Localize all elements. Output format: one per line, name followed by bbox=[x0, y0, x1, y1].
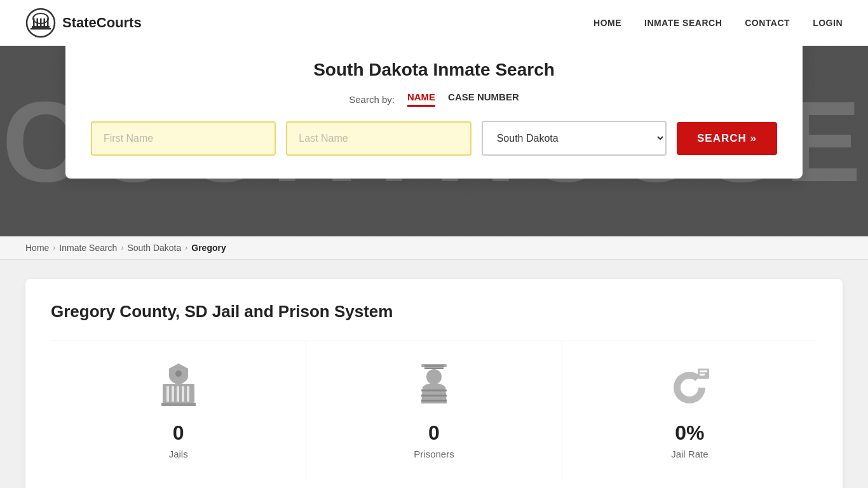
breadcrumb-south-dakota[interactable]: South Dakota bbox=[127, 243, 181, 253]
jails-value: 0 bbox=[173, 421, 184, 445]
prisoners-value: 0 bbox=[428, 421, 440, 445]
tab-name[interactable]: NAME bbox=[407, 92, 435, 107]
jail-icon-area bbox=[156, 360, 201, 411]
search-inputs-row: AlabamaAlaskaArizona ArkansasCaliforniaC… bbox=[91, 121, 777, 156]
stats-row: 0 Jails bbox=[51, 341, 817, 478]
stat-jail-rate: 0% Jail Rate bbox=[562, 341, 817, 478]
county-card-title: Gregory County, SD Jail and Prison Syste… bbox=[51, 302, 817, 322]
svg-rect-28 bbox=[700, 370, 707, 372]
nav-bar: StateCourts HOME INMATE SEARCH CONTACT L… bbox=[0, 0, 868, 46]
county-info-card: Gregory County, SD Jail and Prison Syste… bbox=[25, 279, 843, 488]
svg-rect-24 bbox=[421, 400, 447, 402]
breadcrumb-inmate-search[interactable]: Inmate Search bbox=[59, 243, 117, 253]
svg-point-21 bbox=[426, 369, 442, 384]
last-name-input[interactable] bbox=[286, 121, 471, 156]
jail-icon bbox=[156, 362, 201, 410]
nav-contact[interactable]: CONTACT bbox=[745, 18, 790, 28]
svg-rect-16 bbox=[161, 403, 196, 406]
nav-home[interactable]: HOME bbox=[593, 18, 621, 28]
prisoner-icon-area bbox=[415, 360, 453, 411]
svg-rect-14 bbox=[182, 386, 184, 402]
search-card-wrapper: South Dakota Inmate Search Search by: NA… bbox=[0, 46, 868, 179]
breadcrumb-sep-2: › bbox=[121, 243, 123, 252]
breadcrumb: Home › Inmate Search › South Dakota › Gr… bbox=[0, 236, 868, 260]
breadcrumb-sep-3: › bbox=[185, 243, 187, 252]
breadcrumb-sep-1: › bbox=[53, 243, 55, 252]
breadcrumb-current: Gregory bbox=[191, 243, 226, 253]
main-content: Gregory County, SD Jail and Prison Syste… bbox=[0, 260, 868, 488]
svg-rect-7 bbox=[32, 26, 50, 28]
prisoner-icon bbox=[415, 360, 453, 411]
svg-point-9 bbox=[175, 370, 182, 377]
jail-rate-value: 0% bbox=[675, 421, 704, 445]
svg-rect-20 bbox=[424, 368, 444, 369]
svg-rect-23 bbox=[421, 395, 447, 396]
site-name: StateCourts bbox=[62, 15, 142, 31]
svg-rect-15 bbox=[187, 386, 189, 402]
svg-rect-22 bbox=[421, 390, 447, 391]
svg-rect-19 bbox=[424, 365, 444, 367]
nav-links: HOME INMATE SEARCH CONTACT LOGIN bbox=[593, 17, 843, 29]
site-logo[interactable]: StateCourts bbox=[25, 8, 142, 38]
first-name-input[interactable] bbox=[91, 121, 276, 156]
svg-rect-4 bbox=[40, 18, 42, 26]
stat-jails: 0 Jails bbox=[51, 341, 306, 478]
search-by-label: Search by: bbox=[349, 94, 395, 105]
svg-rect-2 bbox=[33, 18, 35, 26]
svg-rect-8 bbox=[31, 28, 51, 30]
svg-rect-6 bbox=[47, 18, 49, 26]
svg-rect-12 bbox=[172, 386, 174, 402]
logo-icon bbox=[25, 8, 56, 38]
nav-login[interactable]: LOGIN bbox=[813, 18, 843, 28]
chart-icon-area bbox=[666, 360, 714, 411]
chart-icon bbox=[666, 362, 714, 410]
svg-rect-13 bbox=[177, 386, 179, 402]
state-select[interactable]: AlabamaAlaskaArizona ArkansasCaliforniaC… bbox=[482, 121, 667, 156]
search-card: South Dakota Inmate Search Search by: NA… bbox=[65, 46, 803, 179]
search-by-row: Search by: NAME CASE NUMBER bbox=[91, 92, 777, 107]
svg-rect-29 bbox=[700, 374, 705, 376]
svg-rect-5 bbox=[44, 18, 46, 26]
nav-inmate-search[interactable]: INMATE SEARCH bbox=[644, 18, 722, 28]
jail-rate-label: Jail Rate bbox=[671, 449, 708, 459]
svg-point-26 bbox=[681, 379, 698, 396]
svg-rect-3 bbox=[37, 18, 39, 26]
breadcrumb-home[interactable]: Home bbox=[25, 243, 49, 253]
search-card-title: South Dakota Inmate Search bbox=[91, 60, 777, 80]
svg-rect-11 bbox=[166, 386, 169, 402]
jails-label: Jails bbox=[169, 449, 188, 459]
header-area: COURTHOUSE South Dakota Inmate Search Se… bbox=[0, 46, 868, 236]
tab-case-number[interactable]: CASE NUMBER bbox=[448, 92, 519, 107]
prisoners-label: Prisoners bbox=[414, 449, 454, 459]
stat-prisoners: 0 Prisoners bbox=[306, 341, 562, 478]
search-button[interactable]: SEARCH » bbox=[677, 122, 777, 155]
